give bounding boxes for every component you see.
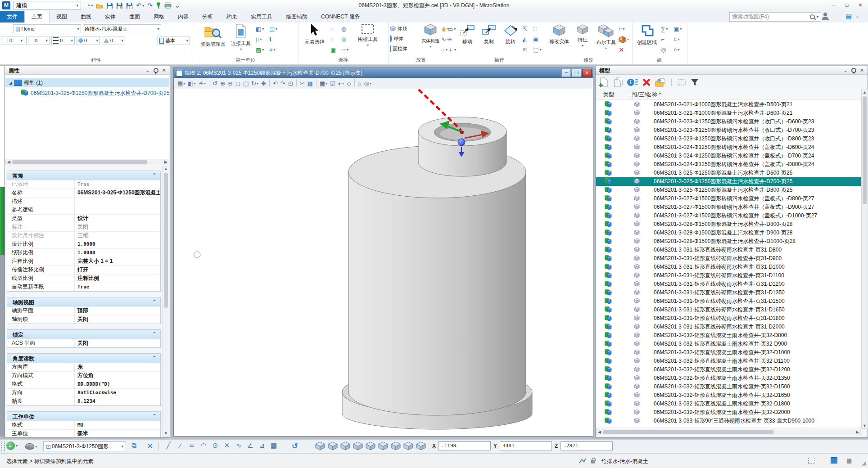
- property-row[interactable]: 纸张比例1.0000: [7, 248, 160, 257]
- tab-curves[interactable]: 曲线: [74, 11, 98, 22]
- copy-view-icon[interactable]: ⊡: [287, 80, 294, 87]
- save-settings-icon[interactable]: [116, 2, 123, 9]
- import-model-icon[interactable]: [655, 78, 666, 87]
- copy-fence-icon[interactable]: ▣: [330, 46, 341, 53]
- fence-tools-button[interactable]: 围栅工具▾: [354, 23, 382, 47]
- model-list-item[interactable]: 06MS201-3-031-矩形直线砖砌雨水检查井-页31-D1000: [596, 263, 861, 271]
- explorer-button[interactable]: 资源管理器: [198, 24, 228, 48]
- view-cube-front-button[interactable]: [378, 441, 388, 452]
- grid-group-icon[interactable]: ⌗▾: [674, 36, 686, 43]
- active-transparency-combo[interactable]: 0▾: [102, 36, 125, 45]
- property-row[interactable]: 传播注释比例打开: [7, 266, 160, 274]
- close-button[interactable]: ✕: [854, 0, 867, 10]
- model-list-item[interactable]: 06MS201-3-031-矩形直线砖砌雨水检查井-页31-D1650: [596, 306, 861, 314]
- open-file-icon[interactable]: [96, 3, 103, 9]
- scroll-down-icon[interactable]: ▼: [862, 423, 868, 428]
- view-cube-back-button[interactable]: [391, 441, 401, 452]
- model-list-item[interactable]: 06MS201-3-031-矩形直线砖砌雨水检查井-页31-D900: [596, 254, 861, 263]
- angle-tool-icon[interactable]: ∠: [245, 441, 256, 450]
- property-row[interactable]: 参考逻辑: [7, 206, 160, 214]
- adjust-view-brightness-icon[interactable]: ☀▾: [198, 80, 207, 87]
- tab-mesh[interactable]: 网格: [147, 11, 171, 22]
- scroll-right-icon[interactable]: ▶: [163, 160, 169, 165]
- delete-element-icon[interactable]: ✕: [619, 46, 631, 54]
- new-model-icon[interactable]: [599, 77, 609, 87]
- tab-solids[interactable]: 实体: [98, 11, 122, 22]
- view-cube-left-button[interactable]: [353, 441, 363, 452]
- model-list-item[interactable]: 06MS201-3-031-矩形直线砖砌雨水检查井-页31-D1800: [596, 314, 861, 323]
- window-list-icon[interactable]: ◧▾: [256, 26, 269, 32]
- column-name[interactable]: 名称 ^: [646, 91, 861, 99]
- align-icon[interactable]: ▣: [533, 36, 544, 43]
- model-list-item[interactable]: 06MS201-3-025-Φ1250圆形混凝土污水检查井-D700-页25: [596, 177, 861, 186]
- property-row[interactable]: 精度0.1234: [7, 397, 160, 405]
- model-list-item[interactable]: 06MS201-3-033-矩形90°三通砖砌雨水检查井-页33-最大D900-…: [596, 417, 861, 425]
- select-unlock-icon[interactable]: ◎: [341, 36, 352, 43]
- collapse-icon[interactable]: ⌃: [152, 355, 157, 361]
- active-snap-icon[interactable]: [579, 458, 586, 465]
- property-row[interactable]: 方向AntiClockwise: [7, 388, 160, 397]
- collapse-icon[interactable]: ⌃: [152, 413, 157, 419]
- property-row[interactable]: 格式DD.DDDD("D): [7, 380, 160, 388]
- rotate-view-icon[interactable]: ↻▾: [250, 80, 259, 87]
- create-chain-icon[interactable]: ∑▾: [661, 26, 674, 32]
- delete-model-icon[interactable]: [642, 78, 651, 87]
- coord-x-input[interactable]: -1198: [439, 441, 491, 450]
- model-list-item[interactable]: 06MS201-3-027-Φ1500圆形砖砌污水检查井（盖板式）-D800-页…: [596, 194, 861, 203]
- create-circle-group-icon[interactable]: ◎: [661, 46, 674, 53]
- mirror-icon[interactable]: ◭: [522, 36, 533, 43]
- models-vertical-scrollbar[interactable]: ▲ ▼: [861, 90, 868, 429]
- save-icon[interactable]: [106, 2, 113, 9]
- view-cube-iso-button[interactable]: [315, 441, 325, 452]
- item-info-icon[interactable]: ℹ: [269, 36, 283, 43]
- panel-close-icon[interactable]: ✕: [860, 68, 864, 73]
- minimize-button[interactable]: ─: [827, 0, 840, 10]
- ribbon-search-input[interactable]: 搜索功能区(F4) ▾: [729, 12, 821, 22]
- model-list-item[interactable]: 06MS201-3-021-Φ1000圆形混凝土污水检查井-D500-页21: [596, 100, 861, 109]
- view-title-bar[interactable]: 视图 2, 06MS201-3-025-Φ1250圆形混凝土污水检查井-D700…: [174, 68, 593, 78]
- place-light-icon[interactable]: ◉▾: [441, 26, 448, 32]
- model-list-item[interactable]: 06MS201-3-032-矩形直线混凝土雨水检查井-页32-D1350: [596, 374, 861, 382]
- tab-drawing-aids[interactable]: 绘图辅助: [279, 11, 314, 22]
- view-display-style-icon[interactable]: ◧▾: [187, 80, 196, 87]
- model-list-item[interactable]: 06MS201-3-032-矩形直线混凝土雨水检查井-页32-D800: [596, 331, 861, 340]
- back-button[interactable]: ←▾: [6, 441, 18, 450]
- model-list-item[interactable]: 06MS201-3-031-矩形直线砖砌雨水检查井-页31-D1350: [596, 288, 861, 297]
- tab-surfaces[interactable]: 曲面: [122, 11, 147, 22]
- place-point-icon[interactable]: ＋▾: [448, 46, 454, 54]
- display-set-icon[interactable]: ☑: [329, 80, 336, 87]
- view-groups-icon[interactable]: ⧉: [131, 441, 136, 450]
- clip-volume-icon[interactable]: ✂: [299, 80, 306, 87]
- status-grid-icon[interactable]: ▦: [846, 457, 852, 464]
- group-hole-icon[interactable]: ▣▾: [674, 26, 686, 32]
- compress-file-icon[interactable]: [126, 2, 133, 9]
- select-lock-icon[interactable]: ◌: [330, 36, 341, 43]
- collapse-icon[interactable]: ⌃: [152, 172, 157, 179]
- model-list-item[interactable]: 06MS201-3-031-矩形直线砖砌雨水检查井-页31-D1200: [596, 280, 861, 288]
- model-list-item[interactable]: 06MS201-3-027-Φ1500圆形砖砌污水检查井（盖板式）-D900-页…: [596, 203, 861, 212]
- template-combo[interactable]: 给排水-污水-混凝土▾: [83, 24, 161, 33]
- property-row[interactable]: 设计尺寸标注三维: [7, 231, 160, 240]
- column-2d3d[interactable]: 二维/三维: [625, 91, 648, 99]
- scroll-left-icon[interactable]: ◀: [6, 160, 12, 165]
- model-list-item[interactable]: 06MS201-3-024-Φ1250圆形砖砌污水检查井（盖板式）-D800-页…: [596, 160, 861, 169]
- plug-icon[interactable]: ⌗▾: [269, 46, 283, 54]
- view-canvas[interactable]: [174, 89, 593, 436]
- place-sphere-button[interactable]: 球体: [390, 34, 419, 44]
- perspective-icon[interactable]: ◇: [346, 80, 352, 87]
- active-model-selector[interactable]: ⊡ 06MS201-3-Φ1250圆形▾: [43, 441, 126, 451]
- scroll-down-icon[interactable]: ▼: [163, 431, 169, 436]
- scroll-right-icon[interactable]: ▶: [854, 430, 860, 435]
- window-area-icon[interactable]: ◻: [235, 80, 241, 87]
- panel-menu-icon[interactable]: ⌄: [844, 68, 848, 73]
- boolean-tools-button[interactable]: 布尔工具▾: [593, 24, 619, 50]
- sheet-icon[interactable]: ▯▾: [256, 36, 269, 43]
- model-list-item[interactable]: 06MS201-3-032-矩形直线混凝土雨水检查井-页32-D1100: [596, 357, 861, 365]
- pattern-icon[interactable]: ⬚▾: [533, 46, 544, 53]
- collapse-icon[interactable]: ⌃: [152, 299, 157, 305]
- create-shape-icon[interactable]: ⌐: [661, 36, 674, 43]
- select-circle-icon[interactable]: ◌: [330, 26, 341, 32]
- panel-close-icon[interactable]: ✕: [162, 68, 166, 73]
- model-list-item[interactable]: 06MS201-3-028-Φ1500圆形混凝土污水检查井-D800-页28: [596, 220, 861, 229]
- place-curve-icon[interactable]: ∿▾: [441, 36, 448, 43]
